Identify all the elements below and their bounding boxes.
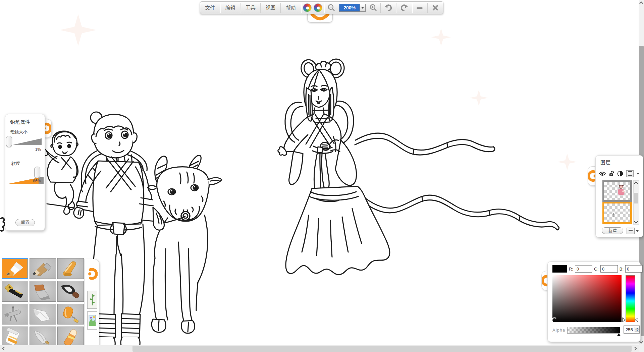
tool-palette-handle-icon[interactable] xyxy=(86,265,98,283)
layer-opacity-icon[interactable] xyxy=(617,171,623,177)
scroll-up-icon[interactable] xyxy=(634,181,638,184)
paper-stump-tool-icon xyxy=(30,304,55,324)
zoom-in-button[interactable] xyxy=(366,2,380,14)
layers-scrollbar-thumb[interactable] xyxy=(634,193,638,203)
paint-tube-tool-icon xyxy=(2,327,27,346)
zoom-out-button[interactable] xyxy=(324,2,338,14)
layer-item-top[interactable] xyxy=(602,180,632,202)
tool-fountain-pen[interactable] xyxy=(2,281,28,302)
undo-button[interactable] xyxy=(381,2,396,14)
layer-thumbnail-sketch-mark xyxy=(611,212,615,218)
scroll-left-button[interactable] xyxy=(1,345,6,352)
picture-category-button[interactable] xyxy=(87,311,97,330)
reset-button[interactable]: 重置 xyxy=(15,219,35,226)
layer-visibility-eye-icon[interactable] xyxy=(599,171,606,176)
scroll-right-button[interactable] xyxy=(633,345,638,352)
menu-tools[interactable]: 工具 xyxy=(240,2,260,14)
scrollbar-corner xyxy=(639,345,644,352)
menu-view[interactable]: 视图 xyxy=(261,2,280,14)
palette-knife-tool-icon xyxy=(30,327,55,346)
chevron-down-icon[interactable] xyxy=(637,173,639,175)
layer-item-bottom-selected[interactable] xyxy=(602,202,632,224)
tool-eraser[interactable] xyxy=(57,327,84,347)
airbrush-tool-icon xyxy=(2,304,27,324)
alpha-marker xyxy=(617,333,621,336)
brush-size-slider-thumb[interactable] xyxy=(6,136,12,147)
close-icon xyxy=(432,4,439,11)
scroll-down-icon[interactable] xyxy=(634,221,638,224)
tool-crayon[interactable] xyxy=(57,258,84,279)
landscape-thumbnail-icon xyxy=(89,313,96,328)
brush-size-slider[interactable] xyxy=(11,138,42,145)
alpha-spinner[interactable]: 255 ▲ ▼ xyxy=(624,326,640,334)
chevron-down-icon[interactable] xyxy=(636,230,639,232)
mascot-face-button[interactable] xyxy=(301,2,324,14)
mascot-left-eye-icon xyxy=(303,3,312,12)
horizontal-scrollbar[interactable] xyxy=(0,345,639,352)
hue-marker-right[interactable] xyxy=(635,317,638,322)
menu-edit[interactable]: 编辑 xyxy=(220,2,240,14)
zoom-level-combo[interactable] xyxy=(338,2,366,14)
eraser-tool-icon xyxy=(58,327,83,346)
b-label: B: xyxy=(620,267,624,272)
alpha-slider[interactable] xyxy=(567,327,620,334)
menu-file[interactable]: 文件 xyxy=(200,2,220,14)
brush-size-value: 1% xyxy=(28,147,41,152)
new-layer-button[interactable]: 新建 xyxy=(602,227,623,234)
tool-flat-brush[interactable] xyxy=(30,281,56,302)
layer-lock-icon[interactable] xyxy=(609,171,614,177)
tool-charcoal-pencil[interactable] xyxy=(30,258,56,279)
pencil-properties-panel: 铅笔属性 笔触大小 1% 软度 86% 重置 xyxy=(5,114,45,231)
tool-ink-brush[interactable] xyxy=(57,281,84,302)
paint-roller-tool-icon xyxy=(58,304,83,324)
horizontal-scrollbar-thumb[interactable] xyxy=(132,346,632,352)
redo-button[interactable] xyxy=(396,2,412,14)
zoom-out-icon xyxy=(327,4,335,12)
softness-value: 86% xyxy=(26,179,41,183)
undo-icon xyxy=(384,4,393,12)
main-toolbar: 文件 编辑 工具 视图 帮助 xyxy=(200,1,443,14)
tool-paint-tube[interactable] xyxy=(2,327,28,347)
chevron-down-icon xyxy=(361,7,364,9)
alpha-label: Alpha xyxy=(552,328,565,333)
tool-paint-roller[interactable] xyxy=(57,304,84,325)
close-button[interactable] xyxy=(428,2,443,14)
g-input[interactable] xyxy=(600,265,618,273)
saturation-value-field[interactable] xyxy=(552,275,622,322)
current-color-swatch[interactable] xyxy=(552,265,567,273)
spin-down-icon[interactable]: ▼ xyxy=(635,330,639,332)
list-icon xyxy=(628,171,632,176)
scroll-up-button[interactable] xyxy=(639,0,644,5)
spin-up-icon[interactable]: ▲ xyxy=(635,327,639,330)
r-input[interactable] xyxy=(575,265,592,273)
hue-marker-left[interactable] xyxy=(622,317,626,322)
zoom-in-icon xyxy=(369,4,377,12)
layer-thumbnail-figure xyxy=(617,185,626,197)
hue-slider[interactable] xyxy=(626,275,635,322)
layers-options-button[interactable] xyxy=(627,228,635,234)
tool-palette-knife[interactable] xyxy=(30,327,56,347)
flat-brush-tool-icon xyxy=(30,281,55,301)
zoom-level-input[interactable] xyxy=(339,4,360,12)
fountain-pen-tool-icon xyxy=(2,281,27,301)
layer-menu-button[interactable] xyxy=(626,170,634,177)
layers-scrollbar[interactable] xyxy=(633,180,639,225)
zoom-dropdown-button[interactable] xyxy=(360,4,366,12)
stamp-category-button[interactable] xyxy=(87,291,97,309)
pencil-tool-icon xyxy=(2,259,28,278)
softness-label: 软度 xyxy=(11,161,20,167)
minimize-button[interactable] xyxy=(412,2,427,14)
sv-cursor xyxy=(552,317,557,323)
tool-pencil[interactable] xyxy=(2,258,28,279)
layers-panel: 图层 xyxy=(595,155,643,237)
pencil-panel-title: 铅笔属性 xyxy=(10,119,30,125)
tool-airbrush[interactable] xyxy=(2,304,28,325)
b-input[interactable] xyxy=(625,265,643,273)
softness-slider-thumb[interactable] xyxy=(34,167,40,178)
ink-brush-tool-icon xyxy=(58,281,83,301)
menu-help[interactable]: 帮助 xyxy=(281,2,301,14)
bamboo-icon xyxy=(89,293,95,307)
tool-paper-stump[interactable] xyxy=(30,304,56,325)
crayon-tool-icon xyxy=(58,258,83,278)
list-icon xyxy=(629,229,633,233)
